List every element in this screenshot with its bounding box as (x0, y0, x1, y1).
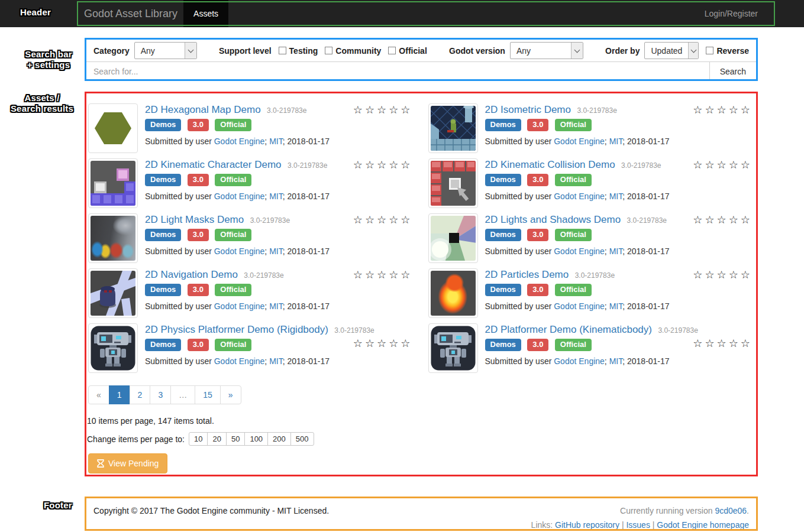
support-badge[interactable]: Official (215, 174, 251, 186)
submitter-link[interactable]: Godot Engine (214, 246, 265, 256)
support-badge[interactable]: Official (555, 119, 592, 131)
category-badge[interactable]: Demos (485, 119, 521, 131)
license-link[interactable]: MIT (269, 301, 283, 311)
version-badge[interactable]: 3.0 (188, 119, 209, 131)
per-page-10-button[interactable]: 10 (189, 432, 208, 446)
reverse-checkbox[interactable] (706, 47, 713, 54)
submitter-link[interactable]: Godot Engine (214, 192, 265, 201)
category-badge[interactable]: Demos (485, 229, 521, 241)
license-link[interactable]: MIT (269, 192, 283, 201)
license-link[interactable]: MIT (609, 192, 623, 201)
per-page-200-button[interactable]: 200 (267, 432, 291, 446)
order-by-select[interactable]: Updated (644, 42, 699, 59)
support-badge[interactable]: Official (555, 284, 592, 296)
version-badge[interactable]: 3.0 (527, 174, 548, 186)
submitter-link[interactable]: Godot Engine (214, 356, 265, 366)
pagination-next[interactable]: » (220, 385, 241, 404)
version-badge[interactable]: 3.0 (188, 229, 209, 241)
per-page-20-button[interactable]: 20 (207, 432, 226, 446)
asset-title-link[interactable]: 2D Isometric Demo (485, 104, 571, 115)
asset-thumbnail-link[interactable] (88, 323, 138, 373)
submitter-link[interactable]: Godot Engine (554, 192, 605, 201)
github-repository-link[interactable]: GitHub repository (555, 520, 619, 530)
pagination-page-1[interactable]: 1 (109, 385, 130, 404)
asset-thumbnail-link[interactable] (428, 213, 478, 263)
license-link[interactable]: MIT (269, 137, 283, 146)
license-link[interactable]: MIT (609, 246, 623, 256)
category-select[interactable]: Any (134, 42, 197, 59)
license-link[interactable]: MIT (269, 356, 283, 366)
category-badge[interactable]: Demos (145, 174, 181, 186)
thumbnail-navigation-paths (91, 271, 135, 316)
support-badge[interactable]: Official (215, 119, 251, 131)
support-badge[interactable]: Official (555, 229, 592, 241)
view-pending-button[interactable]: View Pending (88, 453, 167, 473)
pagination-page-15[interactable]: 15 (195, 385, 221, 404)
version-badge[interactable]: 3.0 (527, 339, 548, 351)
asset-title-link[interactable]: 2D Kinematic Character Demo (145, 159, 282, 170)
submitter-link[interactable]: Godot Engine (554, 246, 605, 256)
asset-title-link[interactable]: 2D Light Masks Demo (145, 214, 244, 225)
category-badge[interactable]: Demos (145, 339, 181, 351)
pagination-page-2[interactable]: 2 (130, 385, 151, 404)
version-badge[interactable]: 3.0 (527, 229, 548, 241)
godot-homepage-link[interactable]: Godot Engine homepage (657, 520, 749, 530)
asset-title-link[interactable]: 2D Physics Platformer Demo (Rigidbody) (145, 324, 328, 335)
support-badge[interactable]: Official (215, 339, 251, 351)
submitter-link[interactable]: Godot Engine (554, 356, 605, 366)
version-badge[interactable]: 3.0 (188, 284, 209, 296)
search-button[interactable]: Search (709, 62, 756, 81)
asset-title-link[interactable]: 2D Particles Demo (485, 269, 569, 280)
issues-link[interactable]: Issues (626, 520, 650, 530)
category-badge[interactable]: Demos (145, 119, 181, 131)
license-link[interactable]: MIT (609, 137, 623, 146)
asset-thumbnail-link[interactable] (88, 268, 138, 318)
submitter-link[interactable]: Godot Engine (554, 137, 605, 146)
asset-thumbnail-link[interactable] (428, 323, 478, 373)
version-badge[interactable]: 3.0 (527, 119, 548, 131)
running-version-link[interactable]: 9cd0e06 (715, 506, 747, 515)
license-link[interactable]: MIT (269, 246, 283, 256)
asset-thumbnail-link[interactable] (88, 213, 138, 263)
category-badge[interactable]: Demos (485, 339, 521, 351)
version-badge[interactable]: 3.0 (188, 174, 209, 186)
tab-assets[interactable]: Assets (183, 0, 228, 27)
category-badge[interactable]: Demos (145, 229, 181, 241)
category-badge[interactable]: Demos (145, 284, 181, 296)
support-badge[interactable]: Official (555, 339, 592, 351)
submitter-link[interactable]: Godot Engine (214, 137, 265, 146)
asset-title-link[interactable]: 2D Kinematic Collision Demo (485, 159, 615, 170)
category-badge[interactable]: Demos (485, 174, 521, 186)
submitter-link[interactable]: Godot Engine (554, 301, 605, 311)
testing-checkbox[interactable] (279, 47, 286, 54)
category-badge[interactable]: Demos (485, 284, 521, 296)
asset-title-link[interactable]: 2D Navigation Demo (145, 269, 238, 280)
asset-thumbnail-link[interactable] (428, 268, 478, 318)
per-page-50-button[interactable]: 50 (226, 432, 245, 446)
submitter-link[interactable]: Godot Engine (214, 301, 265, 311)
per-page-100-button[interactable]: 100 (244, 432, 268, 446)
pagination-prev[interactable]: « (88, 385, 109, 404)
pagination-page-3[interactable]: 3 (150, 385, 171, 404)
asset-title-link[interactable]: 2D Platformer Demo (Kinematicbody) (485, 324, 652, 335)
godot-version-select[interactable]: Any (510, 42, 583, 59)
asset-thumbnail-link[interactable] (88, 103, 138, 153)
brand-link[interactable]: Godot Asset Library (84, 0, 177, 27)
community-checkbox[interactable] (325, 47, 332, 54)
support-badge[interactable]: Official (215, 284, 251, 296)
asset-thumbnail-link[interactable] (428, 158, 478, 208)
license-link[interactable]: MIT (609, 301, 623, 311)
login-register-link[interactable]: Login/Register (705, 0, 758, 27)
version-badge[interactable]: 3.0 (527, 284, 548, 296)
asset-thumbnail-link[interactable] (88, 158, 138, 208)
asset-title-link[interactable]: 2D Lights and Shadows Demo (485, 214, 621, 225)
version-badge[interactable]: 3.0 (188, 339, 209, 351)
support-badge[interactable]: Official (555, 174, 592, 186)
asset-thumbnail-link[interactable] (428, 103, 478, 153)
official-checkbox[interactable] (388, 47, 396, 54)
asset-title-link[interactable]: 2D Hexagonal Map Demo (145, 104, 261, 115)
per-page-500-button[interactable]: 500 (290, 432, 314, 446)
license-link[interactable]: MIT (609, 356, 623, 366)
search-input[interactable] (86, 62, 709, 81)
support-badge[interactable]: Official (215, 229, 251, 241)
